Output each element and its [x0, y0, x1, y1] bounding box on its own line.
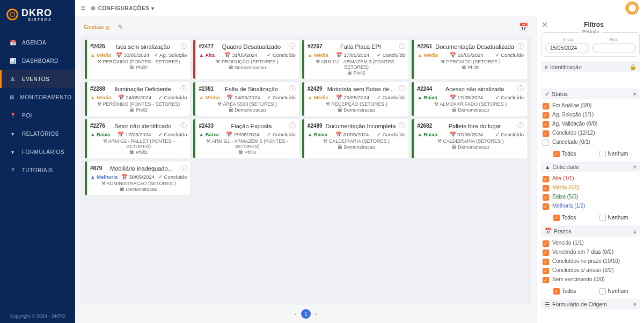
checkbox-icon: ✓ — [543, 112, 549, 119]
nav-label: EVENTOS — [22, 76, 49, 82]
prazos-head[interactable]: 📅 Prazos ▴ — [541, 225, 640, 237]
event-card[interactable]: #2267 Falta Placa EPI ⓘ ▲ Média 📅 17/05/… — [302, 40, 409, 79]
pager-prev[interactable]: ‹ — [295, 311, 297, 317]
card-status: ✓ Concluído — [267, 94, 295, 100]
info-icon[interactable]: ⓘ — [399, 42, 405, 51]
status-none[interactable]: ✓Nenhum — [599, 150, 628, 157]
checkbox-icon: ✓ — [543, 194, 549, 201]
prazos-none[interactable]: ✓Nenhum — [599, 288, 628, 295]
card-id: #2425 — [90, 43, 105, 49]
prazos-all[interactable]: ✓Todos — [553, 288, 576, 295]
tab-analytics[interactable]: ✎ — [118, 23, 123, 31]
filter-option[interactable]: ✓Ag. Solução (1/1) — [543, 111, 639, 120]
crit-all[interactable]: ✓Todos — [553, 214, 576, 221]
filter-option[interactable]: ✓Baixa (5/5) — [543, 193, 639, 202]
search-user-icon: ⌕ — [106, 23, 110, 31]
status-all[interactable]: ✓Todos — [553, 150, 576, 157]
checkbox-icon: ✓ — [543, 240, 549, 247]
filter-option[interactable]: ✓Cancelado (0/1) — [543, 138, 639, 147]
info-icon[interactable]: ⓘ — [399, 84, 405, 93]
card-title: Acesso não sinalizado — [435, 86, 514, 92]
filter-label: Ag. Solução (1/1) — [552, 112, 594, 118]
info-icon[interactable]: ⓘ — [399, 121, 405, 130]
avatar[interactable] — [626, 2, 639, 14]
list-icon: ☰ — [545, 301, 550, 307]
filter-option[interactable]: ✓Vencido (1/1) — [543, 239, 639, 248]
event-card[interactable]: #2489 Documentação Incompleta ⓘ ▲ Baixa … — [302, 119, 409, 158]
sidebar-item-dashboard[interactable]: 📊DASHBOARD — [0, 52, 75, 70]
period-start-input[interactable]: 15/05/2024 — [545, 43, 589, 53]
card-date: 📅 30/05/2024 — [116, 52, 149, 58]
card-title: Mobiliário inadequado... — [105, 165, 177, 172]
filter-option[interactable]: ✓Ag. Validação (0/0) — [543, 120, 639, 129]
tab-gestao[interactable]: Gestão ⌕ — [84, 23, 110, 31]
info-icon[interactable]: ⓘ — [180, 121, 187, 130]
config-dropdown[interactable]: ⚙ CONFIGURAÇÕES ▾ — [91, 5, 154, 11]
info-icon[interactable]: ⓘ — [180, 42, 187, 51]
cards-area: #2425 Isca sem sinalização ⓘ ▲ Média 📅 3… — [80, 35, 531, 305]
sidebar-item-agenda[interactable]: 📅AGENDA — [0, 33, 75, 52]
info-icon[interactable]: ⓘ — [517, 42, 524, 51]
menu-toggle-icon[interactable]: ≡ — [80, 3, 85, 13]
filter-option[interactable]: ✓Concluído (12/12) — [543, 129, 639, 138]
event-card[interactable]: #2261 Documentação Desatualizada ⓘ ▲ Méd… — [412, 40, 527, 79]
filter-option[interactable]: ✓Vencendo em 7 dias (0/0) — [543, 248, 639, 257]
event-card[interactable]: #2288 Iluminação Deficiente ⓘ ▲ Média 📅 … — [85, 82, 190, 116]
event-card[interactable]: #2276 Setor não identificado ⓘ ▲ Baixa 📅… — [85, 119, 190, 158]
event-card[interactable]: #2381 Falta de Sinalização ⓘ ▲ Média 📅 2… — [193, 82, 298, 116]
info-icon[interactable]: ⓘ — [517, 121, 524, 130]
filter-option[interactable]: ✓Concluídos no prazo (10/10) — [543, 257, 639, 266]
card-user: 🏛 Phill2 — [90, 150, 187, 155]
pager-page[interactable]: 1 — [301, 309, 311, 319]
info-icon[interactable]: ⓘ — [517, 84, 524, 93]
period-end-input[interactable] — [592, 43, 636, 53]
sidebar-item-poi[interactable]: 📍POI — [0, 106, 75, 124]
card-status: ✓ Concluído — [495, 131, 524, 137]
info-icon[interactable]: ⓘ — [289, 121, 296, 130]
severity-badge: ▲ Média — [308, 52, 328, 58]
criticidade-head[interactable]: ▲ Criticidade ▾ — [541, 162, 640, 172]
checkbox-icon: ✓ — [543, 103, 549, 109]
status-head[interactable]: ✓ Status ▾ — [541, 89, 640, 99]
topbar: ≡ ⚙ CONFIGURAÇÕES ▾ — [75, 0, 644, 16]
event-card[interactable]: #2244 Acesso não sinalizado ⓘ ▲ Baixa 📅 … — [412, 82, 527, 116]
identificacao-input[interactable] — [541, 75, 640, 84]
nav-label: DASHBOARD — [22, 58, 58, 64]
filter-option[interactable]: ✓Alta (1/1) — [543, 174, 639, 183]
event-card[interactable]: #2477 Quadro Desatualizado ⓘ ▲ Alta 📅 31… — [193, 40, 298, 79]
filter-option[interactable]: ✓Melhoria (1/2) — [543, 202, 639, 211]
close-icon[interactable]: ✕ — [541, 20, 548, 29]
info-icon[interactable]: ⓘ — [180, 84, 187, 93]
card-id: #2276 — [90, 123, 105, 129]
sidebar-item-monitoramento[interactable]: 🖥MONITORAMENTO — [0, 88, 75, 106]
event-card[interactable]: #2425 Isca sem sinalização ⓘ ▲ Média 📅 3… — [85, 40, 190, 79]
severity-badge: ▲ Baixa — [199, 131, 218, 137]
event-card[interactable]: #2682 Pallets fora do lugar ⓘ ▲ Baixa 📅 … — [412, 119, 527, 158]
info-icon[interactable]: ⓘ — [180, 164, 187, 173]
filter-option[interactable]: ✓Média (6/6) — [543, 183, 639, 193]
sidebar-item-relatórios[interactable]: ▾RELATÓRIOS — [0, 124, 75, 143]
hash-icon: # — [545, 64, 548, 70]
event-card[interactable]: #2429 Motorista sem Botas de... ⓘ ▲ Médi… — [302, 82, 409, 116]
crit-none[interactable]: ✓Nenhum — [599, 214, 628, 221]
calendar-icon[interactable]: 📅 — [519, 23, 528, 31]
event-card[interactable]: #2433 Fiação Exposta ⓘ ▲ Baixa 📅 29/05/2… — [193, 119, 298, 158]
filter-option[interactable]: ✓Em Análise (0/0) — [543, 101, 639, 111]
sidebar-item-eventos[interactable]: ⚠EVENTOS — [0, 70, 75, 88]
card-date: 📅 17/05/2024 — [336, 52, 369, 58]
info-icon[interactable]: ⓘ — [289, 84, 296, 93]
info-icon[interactable]: ⓘ — [289, 42, 296, 51]
severity-badge: ▲ Baixa — [417, 94, 437, 100]
pager-next[interactable]: › — [315, 311, 317, 317]
card-location: ⚒ PRODUÇÃO (SETORES ) — [199, 59, 295, 64]
filter-option[interactable]: ✓Concluídos c/ atraso (2/2) — [543, 266, 639, 275]
form-origem-title: Formulário de Origem — [552, 301, 607, 307]
form-origem-head[interactable]: ☰ Formulário de Origem ▾ — [541, 299, 640, 310]
identificacao-head[interactable]: # Identificação 🔒 — [541, 61, 640, 72]
checkbox-icon: ✓ — [543, 140, 549, 146]
event-card[interactable]: #879 Mobiliário inadequado... ⓘ ▲ Melhor… — [85, 162, 190, 195]
card-id: #2261 — [417, 43, 432, 49]
filter-option[interactable]: ✓Sem vencimento (0/0) — [543, 275, 639, 284]
sidebar-item-formulários[interactable]: ▾FORMULÁRIOS — [0, 143, 75, 161]
sidebar-item-tutoriais[interactable]: ?TUTORIAIS — [0, 161, 75, 179]
